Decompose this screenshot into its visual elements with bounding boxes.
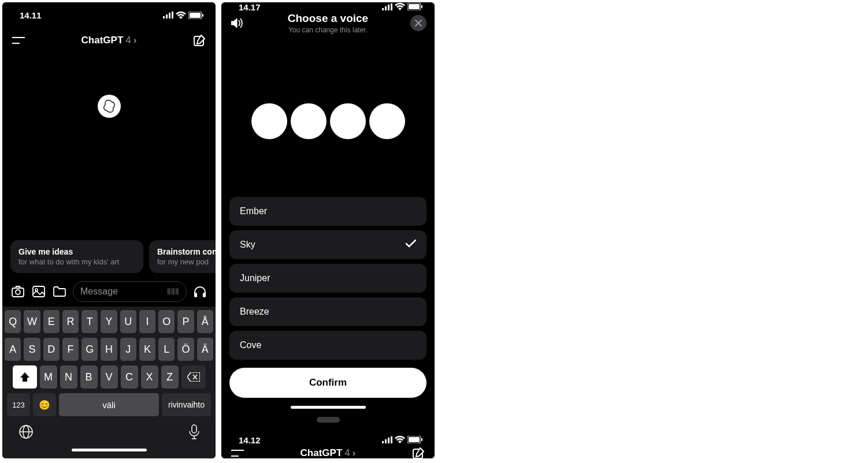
key-l[interactable]: L bbox=[158, 338, 175, 361]
key-o[interactable]: O bbox=[158, 310, 175, 333]
delete-key[interactable] bbox=[181, 365, 206, 389]
logo-area bbox=[2, 2, 216, 240]
svg-rect-14 bbox=[194, 293, 197, 297]
dictation-icon[interactable] bbox=[189, 424, 199, 442]
voice-option-cove[interactable]: Cove bbox=[229, 331, 426, 360]
input-placeholder: Message bbox=[80, 286, 118, 297]
key-ö[interactable]: Ö bbox=[177, 338, 194, 361]
key-å[interactable]: Å bbox=[197, 310, 213, 333]
input-toolbar: Message ⦀⦀⦀ bbox=[2, 279, 216, 307]
close-button[interactable] bbox=[410, 15, 426, 31]
voice-option-sky[interactable]: Sky bbox=[229, 230, 426, 259]
dynamic-island bbox=[221, 417, 435, 423]
svg-rect-19 bbox=[192, 425, 196, 433]
app-title: ChatGPT bbox=[301, 447, 343, 458]
voice-name: Cove bbox=[240, 340, 261, 350]
headphones-icon[interactable] bbox=[192, 284, 207, 299]
suggestion-title: Give me ideas bbox=[18, 247, 135, 256]
voice-option-ember[interactable]: Ember bbox=[229, 197, 426, 226]
svg-rect-33 bbox=[391, 436, 392, 443]
wifi-icon bbox=[395, 2, 405, 12]
svg-point-11 bbox=[16, 290, 20, 294]
space-key[interactable]: väli bbox=[59, 393, 159, 416]
key-z[interactable]: Z bbox=[161, 365, 179, 389]
folder-icon[interactable] bbox=[52, 284, 67, 299]
voice-header: Choose a voice You can change this later… bbox=[221, 12, 435, 34]
chevron-right-icon: › bbox=[353, 447, 356, 458]
island-pill bbox=[317, 417, 340, 423]
key-n[interactable]: N bbox=[60, 365, 77, 389]
menu-button[interactable] bbox=[229, 445, 246, 458]
key-y[interactable]: Y bbox=[101, 310, 117, 333]
compose-button[interactable] bbox=[410, 445, 426, 458]
key-p[interactable]: P bbox=[177, 310, 194, 333]
key-j[interactable]: J bbox=[120, 338, 136, 361]
key-d[interactable]: D bbox=[43, 338, 60, 361]
home-indicator[interactable] bbox=[291, 406, 366, 409]
key-f[interactable]: F bbox=[62, 338, 79, 361]
keyboard-row-4: 123 😊 väli rivinvaihto bbox=[5, 393, 213, 416]
shift-key[interactable] bbox=[13, 365, 37, 389]
key-h[interactable]: H bbox=[101, 338, 117, 361]
message-input[interactable]: Message ⦀⦀⦀ bbox=[73, 281, 187, 302]
key-b[interactable]: B bbox=[80, 365, 98, 389]
svg-rect-31 bbox=[385, 439, 387, 443]
voice-name: Breeze bbox=[240, 307, 269, 317]
key-k[interactable]: K bbox=[139, 338, 155, 361]
key-a[interactable]: A bbox=[5, 338, 21, 361]
svg-rect-15 bbox=[203, 293, 206, 297]
header-title[interactable]: ChatGPT 4 › bbox=[301, 447, 356, 458]
key-g[interactable]: G bbox=[81, 338, 98, 361]
image-icon[interactable] bbox=[31, 284, 46, 299]
svg-rect-35 bbox=[409, 437, 420, 442]
model-label: 4 bbox=[344, 447, 350, 458]
keyboard[interactable]: QWERTYUIOPÅ ASDFGHJKLÖÄ MNBVCXZ 123 😊 vä… bbox=[2, 307, 216, 458]
key-u[interactable]: U bbox=[120, 310, 136, 333]
voice-option-juniper[interactable]: Juniper bbox=[229, 264, 426, 293]
key-m[interactable]: M bbox=[40, 365, 57, 389]
waveform-icon[interactable]: ⦀⦀⦀ bbox=[167, 286, 179, 297]
battery-icon bbox=[407, 2, 423, 12]
confirm-button[interactable]: Confirm bbox=[229, 368, 426, 398]
status-indicators bbox=[382, 2, 423, 12]
emoji-key[interactable]: 😊 bbox=[33, 393, 56, 416]
speaker-icon[interactable] bbox=[229, 15, 246, 31]
key-r[interactable]: R bbox=[62, 310, 79, 333]
key-ä[interactable]: Ä bbox=[197, 338, 213, 361]
screen-3-voice-active: Hold for manual control bbox=[221, 412, 435, 435]
screen-4-chat: 14.12 ChatGPT 4 › You · bbox=[221, 435, 435, 458]
key-q[interactable]: Q bbox=[5, 310, 21, 333]
voice-title-block: Choose a voice You can change this later… bbox=[246, 12, 410, 34]
status-bar: 14.17 bbox=[221, 2, 435, 12]
svg-rect-23 bbox=[391, 3, 392, 10]
key-i[interactable]: I bbox=[139, 310, 155, 333]
key-v[interactable]: V bbox=[101, 365, 118, 389]
svg-rect-36 bbox=[421, 438, 422, 441]
suggestion-card[interactable]: Brainstorm con for my new pod bbox=[149, 240, 216, 273]
screen-1-home: 14.11 ChatGPT 4 › Give me ideas for what… bbox=[2, 2, 216, 458]
return-key[interactable]: rivinvaihto bbox=[162, 393, 211, 416]
svg-rect-26 bbox=[421, 5, 422, 8]
suggestion-card[interactable]: Give me ideas for what to do with my kid… bbox=[10, 240, 143, 273]
camera-icon[interactable] bbox=[10, 284, 25, 299]
svg-rect-30 bbox=[382, 441, 384, 443]
voice-name: Ember bbox=[240, 206, 267, 216]
numbers-key[interactable]: 123 bbox=[7, 393, 30, 416]
battery-icon bbox=[407, 435, 423, 445]
keyboard-row-1: QWERTYUIOPÅ bbox=[5, 310, 213, 333]
key-w[interactable]: W bbox=[24, 310, 40, 333]
key-s[interactable]: S bbox=[24, 338, 40, 361]
dot-icon bbox=[330, 103, 366, 139]
globe-icon[interactable] bbox=[18, 424, 34, 442]
key-t[interactable]: T bbox=[81, 310, 98, 333]
key-e[interactable]: E bbox=[43, 310, 60, 333]
screen-2-choose-voice: 14.17 Choose a voice You can change this… bbox=[221, 2, 435, 458]
svg-rect-12 bbox=[33, 286, 44, 297]
key-c[interactable]: C bbox=[121, 365, 138, 389]
key-x[interactable]: X bbox=[141, 365, 158, 389]
home-indicator[interactable] bbox=[72, 449, 147, 451]
svg-rect-20 bbox=[382, 8, 384, 10]
voice-list: EmberSkyJuniperBreezeCove bbox=[221, 197, 435, 360]
voice-option-breeze[interactable]: Breeze bbox=[229, 297, 426, 326]
svg-rect-21 bbox=[385, 6, 387, 10]
